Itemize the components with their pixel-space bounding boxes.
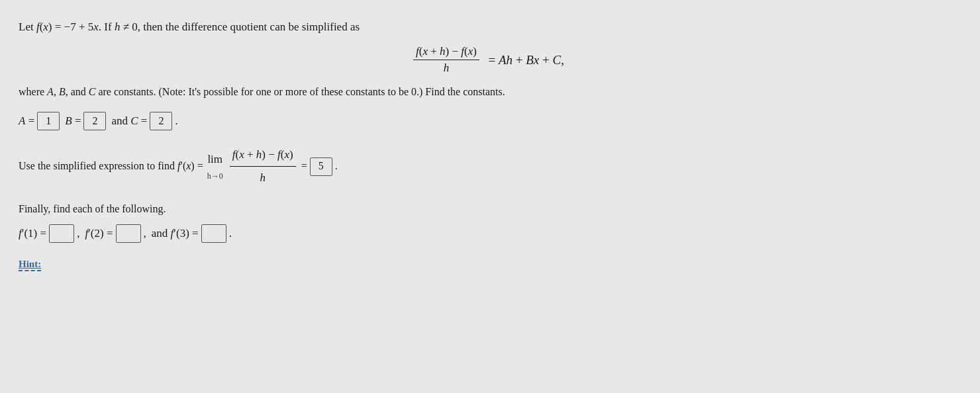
formula-rhs: = Ah + Bx + C, xyxy=(485,52,564,66)
hint-section: Hint: xyxy=(19,257,956,271)
equals-sign: = xyxy=(301,157,307,176)
f3-label: and f′(3) = xyxy=(152,227,199,240)
comma2: , xyxy=(144,227,146,240)
fraction-denominator: h xyxy=(441,60,452,75)
c-label: and C = xyxy=(111,114,147,128)
b-label: B = xyxy=(65,114,81,128)
comma1: , xyxy=(77,227,79,240)
a-label: A = xyxy=(19,114,34,128)
period2: . xyxy=(335,157,338,176)
b-value-box[interactable]: 2 xyxy=(83,112,106,130)
constants-row: A = 1 B = 2 and C = 2 . xyxy=(19,112,956,130)
a-value-box[interactable]: 1 xyxy=(37,112,60,130)
difference-quotient-fraction: f(x + h) − f(x) h xyxy=(413,45,479,75)
main-formula: f(x + h) − f(x) h = Ah + Bx + C, xyxy=(19,45,956,75)
f2-label: f′(2) = xyxy=(85,227,113,240)
derivative-fraction: f(x + h) − f(x) h xyxy=(230,145,296,189)
c-value-box[interactable]: 2 xyxy=(150,112,172,130)
derivative-numerator: f(x + h) − f(x) xyxy=(230,145,296,167)
derivative-row: Use the simplified expression to find f′… xyxy=(19,145,956,189)
period3: . xyxy=(229,227,232,240)
lim-sub: h→0 xyxy=(207,169,223,184)
derivative-answer-box[interactable]: 5 xyxy=(310,157,332,176)
fraction-numerator: f(x + h) − f(x) xyxy=(413,45,479,60)
page-container: Let f(x) = −7 + 5x. If h ≠ 0, then the d… xyxy=(0,0,980,393)
period: . xyxy=(175,114,177,128)
finally-text: Finally, find each of the following. xyxy=(19,203,956,215)
where-text: where A, B, and C are constants. (Note: … xyxy=(19,84,956,100)
f1-answer-box[interactable] xyxy=(49,224,74,243)
hint-link[interactable]: Hint: xyxy=(19,259,41,271)
final-answers-row: f′(1) = , f′(2) = , and f′(3) = . xyxy=(19,224,956,243)
limit-block: lim h→0 xyxy=(207,150,223,184)
f1-label: f′(1) = xyxy=(19,227,46,240)
simplified-label: Use the simplified expression to find f′… xyxy=(19,157,203,176)
f2-answer-box[interactable] xyxy=(116,224,141,243)
lim-text: lim xyxy=(207,150,222,170)
derivative-denominator: h xyxy=(257,167,268,189)
f3-answer-box[interactable] xyxy=(201,224,226,243)
problem-intro: Let f(x) = −7 + 5x. If h ≠ 0, then the d… xyxy=(19,19,956,36)
